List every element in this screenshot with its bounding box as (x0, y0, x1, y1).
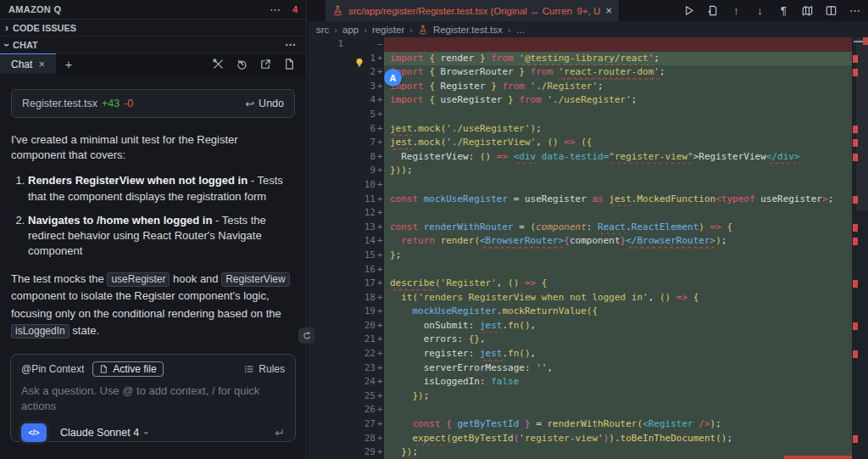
rules-label: Rules (259, 363, 285, 375)
code-line-text (384, 178, 852, 193)
split-editor-icon[interactable] (825, 4, 837, 17)
scrollbar[interactable] (856, 37, 868, 211)
diff-sign: + (376, 234, 384, 249)
added-line[interactable]: 1+import { render } from '@testing-libra… (308, 52, 852, 66)
new-file-icon[interactable] (283, 58, 296, 70)
chat-input[interactable]: Ask a question. Use @ to add context, / … (21, 383, 285, 413)
added-line[interactable]: 24+ isLoggedIn: false (308, 375, 852, 389)
editor-tab[interactable]: src/app/register/Register.test.tsx (Orig… (326, 0, 620, 21)
chevron-down-icon: › (142, 431, 152, 434)
code-line-text: }); (384, 445, 852, 459)
previous-change-icon[interactable]: ↑ (730, 4, 743, 17)
added-line[interactable]: 13+const renderWithRouter = (component: … (308, 221, 852, 235)
diff-sign: + (376, 305, 384, 319)
diff-sign: + (376, 403, 384, 417)
code-line-text: serverErrorMessage: '', (384, 361, 852, 376)
gutter-modified-line-number: 9 (343, 164, 376, 178)
code-chip: useRegister (107, 272, 170, 287)
history-icon[interactable] (236, 58, 248, 70)
added-line[interactable]: 29+ }); (308, 445, 852, 459)
breadcrumb-item[interactable]: Register.test.tsx (433, 25, 503, 35)
whitespace-icon[interactable]: ¶ (777, 4, 790, 17)
added-line[interactable]: 7+jest.mock('./RegisterView', () => ({ (308, 136, 852, 150)
gutter-modified-line-number: 20 (343, 319, 376, 333)
code-line-text: const renderWithRouter = (component: Rea… (384, 221, 852, 235)
added-line[interactable]: 17+describe('Register', () => { (308, 277, 852, 291)
gutter-original-line-number (308, 305, 343, 319)
close-icon[interactable]: × (605, 4, 612, 17)
lightbulb-icon[interactable] (354, 56, 364, 67)
breadcrumb-item[interactable]: … (515, 25, 526, 35)
chat-more-icon[interactable]: ⋯ (285, 39, 296, 50)
added-line[interactable]: 22+ register: jest.fn(), (308, 347, 852, 361)
gutter-modified-line-number: 19 (343, 305, 376, 319)
open-external-icon[interactable] (259, 58, 272, 70)
added-line[interactable]: 5+ (308, 108, 852, 122)
added-line[interactable]: 12+ (308, 206, 852, 221)
diff-code-area[interactable]: 1–1+import { render } from '@testing-lib… (308, 37, 852, 459)
added-line[interactable]: 19+ mockUseRegister.mockReturnValue({ (308, 305, 852, 319)
gutter-modified-line-number: 21 (343, 333, 376, 347)
diff-overview-marker (784, 456, 852, 459)
model-name-label: Claude Sonnet 4 (60, 427, 139, 439)
diff-sign: + (376, 389, 384, 404)
panel-resize-handle[interactable] (298, 327, 314, 344)
more-actions-icon[interactable]: ⋯ (849, 4, 861, 17)
gutter-original-line-number (308, 136, 343, 150)
close-icon[interactable]: × (38, 58, 45, 70)
undo-button[interactable]: ↩ Undo (245, 98, 284, 110)
diff-sign: + (376, 432, 384, 446)
added-line[interactable]: 10+ (308, 178, 852, 193)
gutter-modified-line-number: 13 (343, 221, 376, 235)
breadcrumb-item[interactable]: app (342, 25, 359, 35)
gutter-modified-line-number: 17 (343, 277, 376, 291)
diff-sign: + (376, 136, 384, 150)
diff-sign: + (376, 445, 384, 459)
added-line[interactable]: 8+ RegisterView: () => <div data-testid=… (308, 150, 852, 165)
pin-context-button[interactable]: @Pin Context (21, 363, 84, 375)
added-line[interactable]: 11+const mockUseRegister = useRegister a… (308, 193, 852, 207)
gutter-original-line-number (308, 93, 343, 108)
play-icon[interactable] (682, 4, 695, 17)
map-icon[interactable] (801, 4, 814, 17)
gutter-modified-line-number: 12 (343, 206, 376, 221)
section-chat[interactable]: › CHAT ⋯ (0, 36, 306, 53)
gutter-modified-line-number: 27 (343, 417, 376, 432)
gutter-modified-line-number: 26 (343, 403, 376, 417)
added-line[interactable]: 21+ errors: {}, (308, 333, 852, 347)
diff-sign: + (376, 347, 384, 361)
next-change-icon[interactable]: ↓ (754, 4, 766, 17)
added-line[interactable]: 23+ serverErrorMessage: '', (308, 361, 852, 376)
section-code-issues[interactable]: › CODE ISSUES (0, 20, 306, 36)
added-line[interactable]: 18+ it('renders RegisterView when not lo… (308, 291, 852, 305)
diff-sign: + (376, 93, 384, 108)
added-line[interactable]: 27+ const { getByTestId } = renderWithRo… (308, 417, 852, 432)
code-line-text (384, 403, 852, 417)
open-changes-icon[interactable] (706, 4, 719, 17)
gutter-original-line-number (308, 234, 343, 249)
model-selector[interactable]: Claude Sonnet 4 › (60, 427, 148, 439)
added-line[interactable]: 15+}; (308, 249, 852, 263)
return-icon[interactable]: ↵ (275, 426, 285, 439)
added-line[interactable]: 16+ (308, 263, 852, 277)
active-file-chip[interactable]: Active file (92, 361, 163, 377)
breadcrumb-item[interactable]: src (316, 25, 329, 35)
breadcrumb-item[interactable]: register (372, 25, 404, 35)
added-line[interactable]: 25+ }); (308, 389, 852, 404)
panel-more-icon[interactable]: ⋯ (270, 4, 281, 15)
added-line[interactable]: 14+ return render(<BrowserRouter>{compon… (308, 234, 852, 249)
added-line[interactable]: 6+jest.mock('./useRegister'); (308, 122, 852, 137)
added-line[interactable]: 4+import { useRegister } from './useRegi… (308, 93, 852, 108)
agent-mode-button[interactable]: </> (21, 423, 47, 442)
deleted-line[interactable]: 1– (308, 37, 852, 52)
rules-button[interactable]: Rules (243, 363, 285, 375)
added-line[interactable]: 28+ expect(getByTestId('register-view'))… (308, 432, 852, 446)
gutter-modified-line-number: 5 (343, 108, 376, 122)
added-line[interactable]: 26+ (308, 403, 852, 417)
added-line[interactable]: 9+})); (308, 164, 852, 178)
changed-file-card[interactable]: Register.test.tsx +43 -0 ↩ Undo (11, 89, 295, 118)
added-line[interactable]: 20+ onSubmit: jest.fn(), (308, 319, 852, 333)
gutter-modified-line-number: 15 (343, 249, 376, 263)
tools-icon[interactable] (212, 58, 225, 70)
code-line-text: }; (384, 249, 852, 263)
